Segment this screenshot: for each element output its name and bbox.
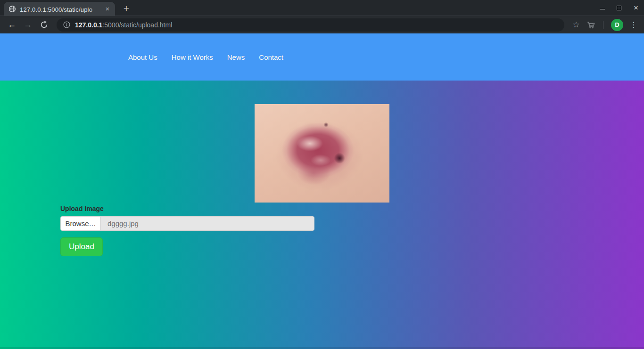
back-button[interactable]: ← bbox=[5, 18, 19, 32]
tab-title: 127.0.0.1:5000/static/uplo bbox=[20, 6, 92, 13]
browser-tab[interactable]: 127.0.0.1:5000/static/uplo × bbox=[4, 2, 115, 16]
site-nav: About Us How it Works News Contact bbox=[128, 53, 283, 61]
forward-button[interactable]: → bbox=[21, 18, 35, 32]
globe-favicon-icon bbox=[8, 5, 16, 13]
bookmark-star-icon[interactable]: ☆ bbox=[570, 20, 582, 30]
new-tab-button[interactable]: + bbox=[121, 3, 132, 13]
tab-title-wrap: 127.0.0.1:5000/static/uplo bbox=[20, 5, 101, 13]
nav-link-contact[interactable]: Contact bbox=[259, 53, 283, 61]
window-controls: × bbox=[599, 0, 639, 16]
page-content: Upload Image Browse… dgggg.jpg Upload bbox=[0, 81, 644, 349]
browser-window: 127.0.0.1:5000/static/uplo × + × ← → bbox=[0, 0, 644, 349]
reload-icon bbox=[40, 21, 48, 29]
skin-lesion-image bbox=[255, 104, 389, 203]
upload-form: Upload Image Browse… dgggg.jpg Upload bbox=[60, 205, 314, 256]
minimize-icon bbox=[600, 9, 605, 9]
toolbar-divider bbox=[603, 21, 603, 29]
url-text[interactable]: 127.0.0.1:5000/static/upload.html bbox=[75, 21, 172, 29]
nav-link-how-it-works[interactable]: How it Works bbox=[172, 53, 213, 61]
upload-image-label: Upload Image bbox=[60, 205, 314, 212]
window-close-button[interactable]: × bbox=[633, 5, 639, 11]
maximize-icon bbox=[617, 6, 621, 10]
nav-link-news[interactable]: News bbox=[227, 53, 245, 61]
window-minimize-button[interactable] bbox=[599, 5, 605, 11]
reload-button[interactable] bbox=[37, 18, 51, 32]
window-maximize-button[interactable] bbox=[616, 5, 622, 11]
file-input[interactable]: Browse… dgggg.jpg bbox=[60, 216, 314, 231]
url-path: :5000/static/upload.html bbox=[102, 21, 172, 29]
upload-button[interactable]: Upload bbox=[60, 237, 103, 256]
selected-filename: dgggg.jpg bbox=[101, 217, 314, 230]
nav-link-about-us[interactable]: About Us bbox=[128, 53, 157, 61]
back-arrow-icon: ← bbox=[8, 20, 16, 30]
forward-arrow-icon: → bbox=[24, 20, 32, 30]
url-host: 127.0.0.1 bbox=[75, 21, 102, 29]
browser-toolbar: ← → 127.0.0.1:5000/static/upload.html ☆ bbox=[0, 16, 644, 33]
browser-menu-icon[interactable]: ⋮ bbox=[628, 20, 639, 29]
cart-extension-icon[interactable] bbox=[584, 20, 598, 30]
browse-button[interactable]: Browse… bbox=[61, 217, 101, 230]
tab-close-icon[interactable]: × bbox=[104, 5, 111, 12]
url-bar[interactable]: 127.0.0.1:5000/static/upload.html bbox=[57, 18, 564, 32]
close-icon: × bbox=[634, 5, 638, 11]
tab-title-fade bbox=[89, 5, 101, 13]
site-header: About Us How it Works News Contact bbox=[0, 33, 644, 81]
profile-avatar[interactable]: D bbox=[611, 19, 623, 31]
browser-tab-bar: 127.0.0.1:5000/static/uplo × + × bbox=[0, 0, 644, 16]
page-info-icon[interactable] bbox=[63, 21, 70, 28]
